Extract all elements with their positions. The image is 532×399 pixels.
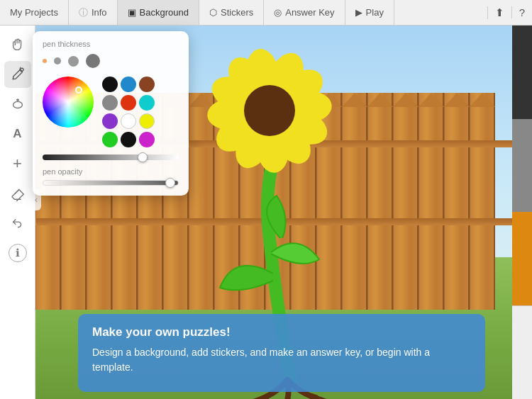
color-grid xyxy=(102,77,155,147)
thicker-dot[interactable] xyxy=(86,54,100,68)
info-box: Make your own puzzles! Design a backgrou… xyxy=(78,314,485,392)
answer-key-icon: ◎ xyxy=(274,7,282,18)
opacity-slider[interactable] xyxy=(43,180,179,186)
color-brown[interactable] xyxy=(139,77,155,92)
color-wheel[interactable] xyxy=(43,77,94,128)
pencil-tool[interactable] xyxy=(4,61,31,88)
wheel-cursor xyxy=(75,86,82,94)
swatch-orange[interactable] xyxy=(512,212,532,305)
sticker-icon: ⬡ xyxy=(209,7,217,18)
svg-point-14 xyxy=(244,85,295,136)
color-cyan[interactable] xyxy=(139,95,155,111)
color-purple[interactable] xyxy=(102,113,118,129)
pen-thickness-label: pen thickness xyxy=(43,40,179,48)
thin-dot[interactable] xyxy=(43,59,47,63)
thickness-row xyxy=(43,54,179,68)
info-circle-icon: ⓘ xyxy=(79,6,88,19)
wheel-section xyxy=(43,77,179,147)
color-magenta[interactable] xyxy=(139,132,155,147)
nav-stickers[interactable]: ⬡ Stickers xyxy=(199,0,264,25)
color-yellow[interactable] xyxy=(139,113,155,129)
color-white[interactable] xyxy=(121,113,136,129)
color-blue[interactable] xyxy=(121,77,136,92)
lightness-thumb[interactable] xyxy=(138,152,148,162)
top-nav: My Projects ⓘ Info ▣ Background ⬡ Sticke… xyxy=(0,0,532,26)
pen-opacity-label: pen opacity xyxy=(43,167,179,176)
color-row-1 xyxy=(102,77,155,92)
svg-point-0 xyxy=(13,101,22,108)
hand-tool[interactable] xyxy=(4,31,31,58)
info-tool[interactable]: ℹ xyxy=(9,244,27,262)
nav-background[interactable]: ▣ Background xyxy=(118,0,199,25)
lasso-tool[interactable] xyxy=(4,91,31,118)
nav-info[interactable]: ⓘ Info xyxy=(69,0,118,25)
color-green[interactable] xyxy=(102,132,118,147)
right-sidebar xyxy=(512,26,532,399)
color-row-2 xyxy=(102,95,155,111)
info-box-description: Design a background, add stickers, and m… xyxy=(92,345,471,375)
color-black[interactable] xyxy=(102,77,118,92)
background-icon: ▣ xyxy=(128,7,136,18)
color-gray[interactable] xyxy=(102,95,118,111)
nav-right-actions: ⬆ ? xyxy=(487,6,532,19)
lightness-slider[interactable] xyxy=(43,154,179,160)
add-tool[interactable]: + xyxy=(4,150,31,177)
eraser-tool[interactable] xyxy=(4,180,31,207)
thick-dot[interactable] xyxy=(68,56,79,67)
nav-play[interactable]: ▶ Play xyxy=(345,0,394,25)
left-sidebar: A + ℹ xyxy=(0,26,35,399)
nav-answer-key[interactable]: ◎ Answer Key xyxy=(264,0,345,25)
medium-dot[interactable] xyxy=(54,57,61,64)
play-icon: ▶ xyxy=(355,7,362,18)
undo-tool[interactable] xyxy=(4,210,31,237)
color-red[interactable] xyxy=(121,95,136,111)
opacity-track xyxy=(43,180,179,186)
color-black2[interactable] xyxy=(121,132,136,147)
help-button[interactable]: ? xyxy=(511,6,532,18)
share-button[interactable]: ⬆ xyxy=(487,6,511,19)
swatch-medium[interactable] xyxy=(512,119,532,213)
lightness-track xyxy=(43,154,179,160)
swatch-dark[interactable] xyxy=(512,26,532,119)
color-row-4 xyxy=(102,132,155,147)
my-projects-button[interactable]: My Projects xyxy=(0,0,69,25)
swatch-light[interactable] xyxy=(512,305,532,400)
opacity-thumb[interactable] xyxy=(165,178,175,188)
color-row-3 xyxy=(102,113,155,129)
info-box-title: Make your own puzzles! xyxy=(92,325,471,339)
color-picker-popup: pen thickness xyxy=(33,31,189,196)
text-tool[interactable]: A xyxy=(4,120,31,147)
